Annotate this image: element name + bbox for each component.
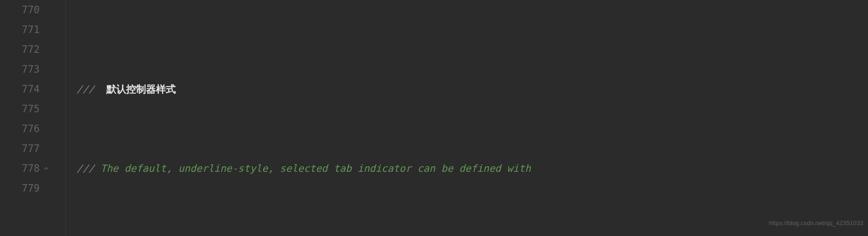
line-number: 779 bbox=[0, 178, 40, 198]
doc-comment-text: The default, underline-style, selected t… bbox=[95, 163, 531, 174]
doc-comment-bold: 默认控制器样式 bbox=[95, 84, 176, 95]
doc-comment-slash: /// bbox=[77, 84, 95, 95]
line-number: 776 bbox=[0, 119, 40, 139]
code-editor: 770 771 772 773 774 775 776 777 778 779 … bbox=[0, 0, 868, 236]
fold-collapse-icon[interactable] bbox=[43, 165, 50, 172]
code-text-area[interactable]: /// 默认控制器样式 /// The default, underline-s… bbox=[52, 0, 531, 236]
watermark-text: https://blog.csdn.net/qq_42351033 bbox=[769, 213, 864, 233]
line-number-gutter: 770 771 772 773 774 775 776 777 778 779 bbox=[0, 0, 52, 236]
line-number: 777 bbox=[0, 139, 40, 159]
line-number: 773 bbox=[0, 59, 40, 79]
line-number: 772 bbox=[0, 40, 40, 59]
doc-comment-slash: /// bbox=[77, 163, 95, 174]
line-number-text: 778 bbox=[22, 163, 40, 174]
code-line: /// 默认控制器样式 bbox=[77, 79, 531, 99]
line-number: 771 bbox=[0, 20, 40, 40]
line-number: 774 bbox=[0, 79, 40, 99]
indent-guide bbox=[65, 0, 66, 236]
line-number: 778 bbox=[0, 159, 40, 178]
line-number: 770 bbox=[0, 0, 40, 20]
code-line: /// The default, underline-style, select… bbox=[77, 159, 531, 178]
line-number: 775 bbox=[0, 99, 40, 119]
